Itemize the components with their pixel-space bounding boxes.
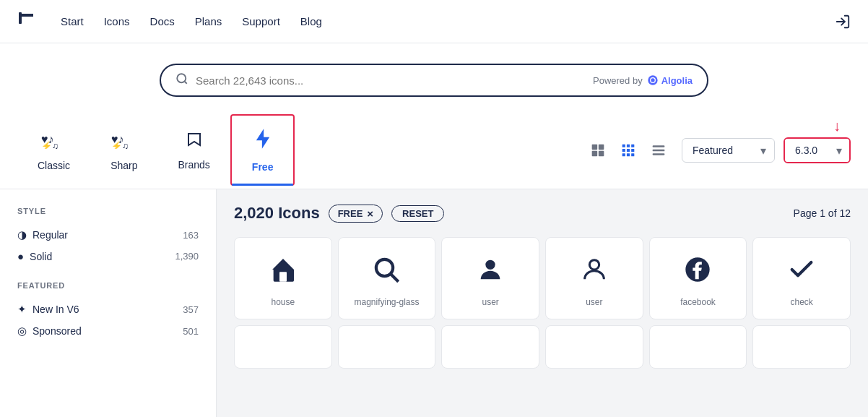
nav-start[interactable]: Start — [61, 15, 84, 27]
house-label: house — [271, 297, 295, 307]
tab-free[interactable]: Free — [230, 114, 295, 186]
remove-filter[interactable]: × — [367, 207, 373, 220]
user-outline-label: user — [586, 297, 602, 307]
icon-card-check[interactable]: check — [752, 237, 851, 319]
sponsored-icon: ◎ — [17, 324, 27, 338]
icons-count: 2,020 Icons — [234, 204, 320, 223]
svg-rect-25 — [653, 153, 665, 155]
icon-card-partial-5[interactable] — [649, 325, 747, 369]
svg-rect-22 — [631, 153, 634, 156]
content-area: STYLE ◑ Regular 163 ● Solid 1,390 FEATUR… — [0, 189, 868, 417]
version-select[interactable]: 6.3.0 6.2.0 6.1.0 5.15.4 — [785, 139, 849, 162]
svg-rect-13 — [599, 150, 604, 156]
free-icon — [253, 127, 273, 155]
user-solid-icon — [476, 255, 505, 288]
svg-text:⚡♫: ⚡♫ — [111, 140, 129, 149]
user-solid-label: user — [482, 297, 498, 307]
magnifying-glass-label: magnifying-glass — [354, 297, 419, 307]
check-icon — [787, 255, 816, 288]
sidebar-regular[interactable]: ◑ Regular 163 — [17, 224, 199, 246]
svg-rect-18 — [627, 148, 630, 151]
icon-card-partial-2[interactable] — [338, 325, 436, 369]
svg-rect-0 — [19, 12, 22, 24]
solid-icon: ● — [17, 250, 24, 262]
facebook-icon — [683, 255, 712, 288]
svg-rect-14 — [622, 144, 625, 147]
icon-card-user-solid[interactable]: user — [441, 237, 539, 319]
svg-rect-21 — [627, 153, 630, 156]
search-input[interactable] — [196, 74, 593, 87]
svg-rect-19 — [631, 148, 634, 151]
tab-sharp-label: Sharp — [110, 160, 137, 171]
sidebar-sponsored[interactable]: ◎ Sponsored 501 — [17, 320, 199, 342]
icon-card-partial-6[interactable] — [752, 325, 851, 369]
svg-rect-12 — [592, 150, 598, 156]
sort-dropdown-wrap: Featured Alphabetical Newest — [682, 138, 775, 163]
tab-classic[interactable]: ♥♪ ⚡♫ Classic — [17, 117, 90, 183]
svg-line-3 — [184, 81, 186, 83]
nav-icons[interactable]: Icons — [104, 15, 130, 27]
svg-text:⚡♫: ⚡♫ — [41, 140, 58, 149]
svg-line-28 — [391, 275, 399, 282]
tab-brands[interactable]: Brands — [157, 119, 230, 182]
svg-rect-17 — [622, 148, 625, 151]
login-button[interactable] — [835, 14, 851, 30]
icon-tabs-bar: ♥♪ ⚡♫ Classic ♥♪ ⚡♫ Sharp Brands — [0, 111, 868, 189]
brands-icon — [186, 130, 203, 153]
icon-card-user-outline[interactable]: user — [545, 237, 643, 319]
sidebar-new-v6[interactable]: ✦ New In V6 357 — [17, 298, 199, 320]
large-grid-view[interactable] — [586, 139, 609, 162]
svg-rect-15 — [627, 144, 630, 147]
icon-card-partial-3[interactable] — [441, 325, 539, 369]
svg-rect-20 — [622, 153, 625, 156]
svg-point-30 — [589, 260, 599, 270]
magnifying-glass-icon — [372, 255, 401, 288]
check-label: check — [790, 297, 812, 307]
icon-card-magnifying-glass[interactable]: magnifying-glass — [338, 237, 436, 319]
icon-card-partial-4[interactable] — [545, 325, 643, 369]
page-info: Page 1 of 12 — [794, 207, 851, 219]
nav-support[interactable]: Support — [242, 15, 280, 27]
tab-classic-label: Classic — [38, 160, 70, 171]
logo[interactable] — [17, 10, 38, 33]
version-dropdown-wrap: ↓ 6.3.0 6.2.0 6.1.0 5.15.4 — [784, 137, 851, 163]
main-content: 2,020 Icons FREE × RESET Page 1 of 12 ho… — [217, 189, 868, 417]
sharp-icon: ♥♪ ⚡♫ — [111, 129, 137, 154]
svg-point-4 — [648, 75, 657, 85]
free-filter-tag[interactable]: FREE × — [329, 205, 383, 223]
icon-card-facebook[interactable]: facebook — [649, 237, 747, 319]
user-outline-icon — [580, 255, 609, 288]
nav-plans[interactable]: Plans — [195, 15, 222, 27]
regular-icon: ◑ — [17, 228, 27, 241]
icon-card-house[interactable]: house — [234, 237, 332, 319]
svg-rect-10 — [592, 144, 598, 150]
sort-select[interactable]: Featured Alphabetical Newest — [682, 138, 775, 163]
algolia-logo: Algolia — [647, 74, 693, 86]
new-v6-icon: ✦ — [17, 303, 27, 316]
results-header: 2,020 Icons FREE × RESET Page 1 of 12 — [234, 204, 851, 223]
icons-grid-row2 — [234, 325, 851, 369]
tab-free-label: Free — [252, 161, 274, 173]
sidebar: STYLE ◑ Regular 163 ● Solid 1,390 FEATUR… — [0, 189, 217, 417]
tab-brands-label: Brands — [178, 159, 209, 171]
icons-grid: house magnifying-glass — [234, 237, 851, 319]
tab-sharp[interactable]: ♥♪ ⚡♫ Sharp — [90, 117, 157, 183]
nav-blog[interactable]: Blog — [300, 15, 322, 27]
classic-icon: ♥♪ ⚡♫ — [41, 129, 67, 154]
version-arrow-indicator: ↓ — [833, 119, 841, 133]
view-controls — [586, 139, 670, 162]
reset-button[interactable]: RESET — [391, 205, 444, 222]
list-view[interactable] — [647, 139, 670, 162]
svg-rect-16 — [631, 144, 634, 147]
nav-links: Start Icons Docs Plans Support Blog — [61, 15, 835, 27]
icon-card-partial-1[interactable] — [234, 325, 332, 369]
search-bar: Powered by Algolia — [160, 64, 708, 97]
svg-point-29 — [485, 260, 495, 270]
search-icon — [175, 72, 188, 88]
powered-by: Powered by Algolia — [593, 74, 693, 86]
small-grid-view[interactable] — [617, 139, 640, 162]
nav-docs[interactable]: Docs — [150, 15, 175, 27]
navbar: Start Icons Docs Plans Support Blog — [0, 0, 868, 43]
svg-rect-11 — [599, 144, 604, 150]
sidebar-solid[interactable]: ● Solid 1,390 — [17, 246, 199, 267]
